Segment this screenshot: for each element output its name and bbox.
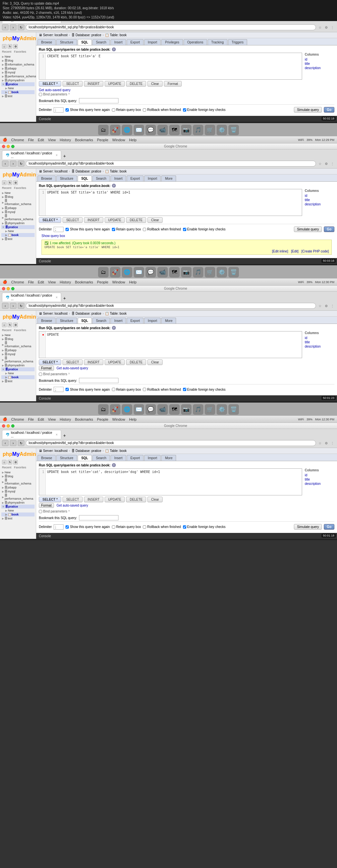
col-id[interactable]: id xyxy=(305,57,334,62)
breadcrumb-db-3[interactable]: 🗄 Database: pratice xyxy=(71,312,101,315)
favorites-label[interactable]: Favorites xyxy=(14,50,26,53)
refresh-btn[interactable]: ↻ xyxy=(18,24,24,30)
tab-browse-4[interactable]: Browse xyxy=(37,455,56,461)
db-perf-2[interactable]: ▶🗄performance_schema xyxy=(1,214,35,221)
dock-photos-2[interactable]: 📷 xyxy=(181,267,191,277)
favorites-label-2[interactable]: Favorites xyxy=(14,186,26,190)
breadcrumb-server-3[interactable]: 🖥 Server: localhost xyxy=(39,312,67,315)
db-pma-4[interactable]: ▶🗄phpmyadmin xyxy=(1,501,35,505)
dock-mail-3[interactable]: ✉️ xyxy=(133,404,144,415)
db-pratice-new-4[interactable]: ▶New xyxy=(1,508,35,513)
create-php-link[interactable]: [Create PHP code] xyxy=(302,249,329,253)
bind-params-label-4[interactable]: Bind parameters ? xyxy=(39,509,334,513)
col-description-2[interactable]: description xyxy=(305,202,334,206)
get-autosaved-link[interactable]: Get auto-saved query xyxy=(39,88,334,92)
tab-import-2[interactable]: Import xyxy=(144,176,161,181)
help-icon-2[interactable]: ? xyxy=(112,184,116,188)
foreign-key-label-3[interactable]: Enable foreign key checks xyxy=(183,388,226,391)
rollback-label-2[interactable]: Rollback when finished xyxy=(143,227,181,231)
db-info-4[interactable]: ▶🗄information_schema xyxy=(1,478,35,486)
db-pratice-new-3[interactable]: ▶New xyxy=(1,371,35,375)
tab-more-3[interactable]: More xyxy=(161,318,176,323)
dock-messages-2[interactable]: 💬 xyxy=(146,267,156,277)
forward-btn-3[interactable]: › xyxy=(10,303,17,309)
tab-search-2[interactable]: Search xyxy=(92,176,110,181)
menu-history-3[interactable]: History xyxy=(60,280,71,284)
go-btn-1[interactable]: Go xyxy=(324,107,334,113)
sql-input-1[interactable]: CREATE book SET title='a' E xyxy=(46,53,302,79)
menu-file-4[interactable]: File xyxy=(28,417,34,421)
menu-icon-3[interactable]: ⋮ xyxy=(330,303,335,308)
db-pma-3[interactable]: ▶🗄phpmyadmin xyxy=(1,363,35,367)
tab-search-4[interactable]: Search xyxy=(92,455,110,461)
dock-facetime-3[interactable]: 📹 xyxy=(157,404,168,415)
dock-chrome[interactable]: 🌐 xyxy=(122,125,132,135)
dock-facetime[interactable]: 📹 xyxy=(157,125,168,135)
select-all-btn-4[interactable]: SELECT * xyxy=(39,497,61,502)
select-all-btn-2[interactable]: SELECT * xyxy=(39,217,61,223)
settings-icon-4[interactable]: ⚙ xyxy=(13,460,18,464)
db-pratice[interactable]: ▼🗄pratice xyxy=(1,82,35,86)
new-db-item-2[interactable]: ▶New xyxy=(1,191,35,195)
db-perf-3[interactable]: ▶🗄performance_schema xyxy=(1,356,35,363)
simulate-btn-1[interactable]: Simulate query xyxy=(294,107,322,113)
db-information-schema[interactable]: ▶🗄information_schema xyxy=(1,63,35,66)
db-job-3[interactable]: ▶🗄jobapp xyxy=(1,348,35,352)
menu-icon[interactable]: ⋮ xyxy=(330,25,335,30)
col-description[interactable]: description xyxy=(305,66,334,70)
menu-window-2[interactable]: Window xyxy=(112,138,125,142)
dock-music[interactable]: 🎵 xyxy=(193,125,204,135)
select-all-btn[interactable]: SELECT * xyxy=(39,81,61,87)
select-all-btn-3[interactable]: SELECT * xyxy=(39,360,61,365)
bookmark-icon[interactable]: ☆ xyxy=(317,25,323,30)
settings-icon[interactable]: ⚙ xyxy=(13,44,18,49)
fullscreen-button-2[interactable] xyxy=(11,145,14,148)
refresh-icon-2[interactable]: ↻ xyxy=(7,180,12,185)
db-performance-schema[interactable]: ▶🗄performance_schema xyxy=(1,74,35,78)
db-info-2[interactable]: ▶🗄information_schema xyxy=(1,199,35,206)
dock-maps[interactable]: 🗺 xyxy=(169,125,180,135)
retain-query-label-4[interactable]: Retain query box xyxy=(112,525,141,529)
refresh-icon[interactable]: ↻ xyxy=(7,44,12,49)
back-btn-4[interactable]: ‹ xyxy=(2,440,8,446)
show-query-label-4[interactable]: Show this query here again xyxy=(65,525,110,529)
breadcrumb-db[interactable]: 🗄 Database: pratice xyxy=(71,33,101,37)
tab-triggers[interactable]: Triggers xyxy=(228,39,247,45)
menu-file-2[interactable]: File xyxy=(28,138,34,142)
db-info-3[interactable]: ▶🗄information_schema xyxy=(1,341,35,348)
delete-btn-3[interactable]: DELETE xyxy=(126,360,146,365)
home-icon-4[interactable]: ⌂ xyxy=(2,460,7,464)
retain-query-label-2[interactable]: Retain query box xyxy=(112,227,141,231)
db-pratice-new-2[interactable]: ▶New xyxy=(1,229,35,233)
tab-export[interactable]: Export xyxy=(127,39,144,45)
rollback-checkbox-2[interactable] xyxy=(143,228,146,231)
tab-more-2[interactable]: More xyxy=(161,176,176,181)
new-tab-btn-3[interactable]: + xyxy=(61,295,68,302)
tab-close-btn-2[interactable]: × xyxy=(56,153,58,157)
sql-input-3[interactable]: UPDATE xyxy=(46,332,302,358)
tab-sql[interactable]: SQL xyxy=(78,39,92,45)
back-btn[interactable]: ‹ xyxy=(2,24,8,30)
console-bar-4[interactable]: Console xyxy=(36,533,337,539)
tab-export-2[interactable]: Export xyxy=(127,176,144,181)
breadcrumb-table[interactable]: 📋 Table: book xyxy=(105,33,127,37)
clear-btn-3[interactable]: Clear xyxy=(148,360,162,365)
dock-mail-2[interactable]: ✉️ xyxy=(133,267,144,277)
retain-query-checkbox-3[interactable] xyxy=(112,388,115,391)
rollback-checkbox[interactable] xyxy=(143,108,146,112)
select-btn[interactable]: SELECT xyxy=(63,81,83,87)
show-query-checkbox[interactable] xyxy=(65,108,69,112)
settings-icon-2[interactable]: ⚙ xyxy=(13,180,18,185)
menu-icon-4[interactable]: ⋮ xyxy=(330,440,335,446)
url-bar-1[interactable]: localhost/phpmyadmin/tbl_sql.php?db=prat… xyxy=(26,24,316,30)
db-pratice-book-3[interactable]: ▶📋book xyxy=(1,375,35,379)
simulate-btn-4[interactable]: Simulate query xyxy=(294,524,322,530)
db-mysql-3[interactable]: ▶🗄mysql xyxy=(1,352,35,356)
insert-btn-4[interactable]: INSERT xyxy=(84,497,103,502)
foreign-key-label-4[interactable]: Enable foreign key checks xyxy=(183,525,226,529)
tab-search-3[interactable]: Search xyxy=(92,318,110,323)
tab-sql-4[interactable]: SQL xyxy=(78,455,92,461)
tab-insert-2[interactable]: Insert xyxy=(111,176,126,181)
format-btn[interactable]: Format xyxy=(164,81,182,87)
dock-system-prefs-2[interactable]: ⚙️ xyxy=(217,267,227,277)
